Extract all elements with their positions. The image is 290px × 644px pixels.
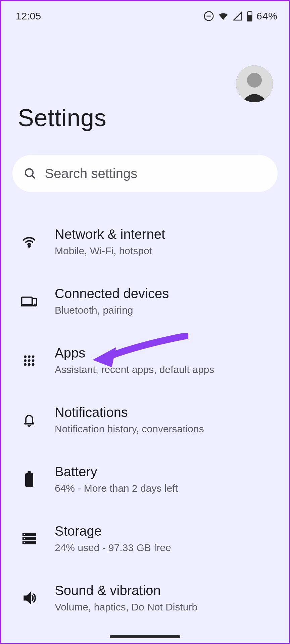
svg-point-15 [28, 355, 31, 358]
item-title: Battery [55, 464, 278, 479]
battery-icon [246, 11, 253, 21]
dnd-icon [203, 11, 214, 21]
settings-list: Network & internet Mobile, Wi-Fi, hotspo… [1, 212, 289, 628]
header: Settings [1, 25, 289, 131]
storage-icon [19, 532, 39, 545]
battery-icon [19, 471, 39, 487]
svg-point-18 [28, 359, 31, 362]
svg-rect-10 [22, 297, 32, 305]
status-bar: 12:05 64% [1, 1, 289, 25]
svg-rect-4 [247, 15, 252, 21]
apps-icon [19, 354, 39, 367]
sound-icon [19, 591, 39, 605]
item-subtitle: Mobile, Wi-Fi, hotspot [55, 245, 278, 257]
item-subtitle: Bluetooth, pairing [55, 305, 278, 316]
svg-rect-24 [25, 473, 33, 487]
wifi-icon [218, 10, 229, 22]
item-title: Notifications [55, 405, 278, 420]
status-time: 12:05 [16, 10, 41, 22]
svg-rect-23 [28, 471, 31, 473]
item-title: Storage [55, 524, 278, 539]
signal-icon [232, 11, 243, 21]
svg-point-20 [24, 363, 27, 366]
svg-point-30 [24, 542, 25, 543]
svg-point-22 [32, 363, 35, 366]
status-icons: 64% [203, 10, 278, 22]
page-title: Settings [18, 104, 272, 131]
status-battery-percent: 64% [256, 10, 278, 22]
svg-point-26 [24, 534, 25, 535]
svg-point-9 [28, 245, 30, 247]
devices-icon [19, 294, 39, 308]
svg-point-14 [24, 355, 27, 358]
item-subtitle: 24% used - 97.33 GB free [55, 542, 278, 553]
item-title: Apps [55, 345, 278, 361]
svg-point-28 [24, 538, 25, 539]
search-bar[interactable] [12, 155, 278, 192]
search-input[interactable] [45, 166, 266, 181]
svg-point-19 [32, 359, 35, 362]
item-subtitle: Notification history, conversations [55, 423, 278, 435]
svg-point-6 [247, 73, 262, 88]
settings-item-connected-devices[interactable]: Connected devices Bluetooth, pairing [1, 271, 289, 331]
svg-line-8 [32, 175, 35, 178]
item-subtitle: Volume, haptics, Do Not Disturb [55, 601, 278, 613]
item-subtitle: Assistant, recent apps, default apps [55, 364, 278, 375]
item-subtitle: 64% - More than 2 days left [55, 483, 278, 494]
settings-item-notifications[interactable]: Notifications Notification history, conv… [1, 390, 289, 449]
gesture-bar[interactable] [110, 635, 180, 638]
bell-icon [19, 413, 39, 427]
svg-point-21 [28, 363, 31, 366]
svg-point-16 [32, 355, 35, 358]
settings-item-sound[interactable]: Sound & vibration Volume, haptics, Do No… [1, 568, 289, 628]
settings-item-apps[interactable]: Apps Assistant, recent apps, default app… [1, 331, 289, 390]
profile-avatar[interactable] [236, 65, 273, 102]
settings-item-network[interactable]: Network & internet Mobile, Wi-Fi, hotspo… [1, 212, 289, 271]
item-title: Connected devices [55, 286, 278, 301]
search-icon [24, 167, 36, 180]
svg-point-17 [24, 359, 27, 362]
item-title: Sound & vibration [55, 583, 278, 598]
settings-item-battery[interactable]: Battery 64% - More than 2 days left [1, 449, 289, 509]
settings-item-storage[interactable]: Storage 24% used - 97.33 GB free [1, 509, 289, 568]
wifi-icon [19, 234, 39, 249]
item-title: Network & internet [55, 227, 278, 242]
svg-point-13 [34, 304, 35, 305]
